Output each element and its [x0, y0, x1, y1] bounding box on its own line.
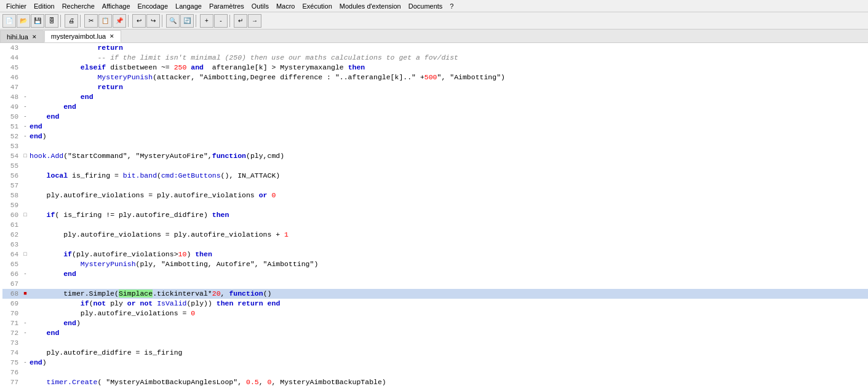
fold-indicator[interactable]: □ — [21, 151, 30, 161]
code-text: end) — [30, 132, 47, 141]
fold-indicator[interactable]: □ — [21, 250, 30, 259]
fold-indicator[interactable]: - — [21, 132, 30, 141]
code-line-54: 54□hook.Add("StartCommand", "MysteryAuto… — [2, 151, 868, 161]
fold-indicator[interactable]: ■ — [21, 289, 30, 299]
line-number: 64 — [2, 250, 21, 259]
tab-mysteryaimbot[interactable]: mysteryaimbot.lua ✕ — [44, 30, 121, 42]
fold-indicator[interactable]: - — [21, 328, 30, 338]
menu-documents[interactable]: Documents — [405, 2, 447, 10]
line-number: 73 — [2, 338, 21, 348]
menu-encodage[interactable]: Encodage — [134, 2, 172, 10]
menu-outils[interactable]: Outils — [248, 2, 273, 10]
code-text: end — [30, 102, 76, 112]
fold-indicator[interactable]: - — [21, 358, 30, 368]
indent-button[interactable]: → — [248, 14, 261, 28]
code-area: 43 return44 -- if the limit isn't minima… — [0, 43, 868, 386]
wordwrap-button[interactable]: ↵ — [234, 14, 247, 28]
menu-execution[interactable]: Exécution — [298, 2, 335, 10]
line-number: 54 — [2, 151, 21, 161]
code-line-58: 58 ply.autofire_violations = ply.autofir… — [2, 191, 868, 200]
menu-affichage[interactable]: Affichage — [98, 2, 134, 10]
save-all-button[interactable]: 🗄 — [45, 14, 58, 28]
menu-parametres[interactable]: Paramètres — [205, 2, 248, 10]
code-line-71: 71- end) — [2, 318, 868, 328]
replace-button[interactable]: 🔄 — [180, 14, 194, 28]
tab-mysteryaimbot-label: mysteryaimbot.lua — [51, 33, 106, 40]
line-number: 43 — [2, 43, 21, 53]
code-line-60: 60□ if( is_firing != ply.autofire_didfir… — [2, 210, 868, 220]
redo-button[interactable]: ↪ — [146, 14, 160, 28]
menu-modules[interactable]: Modules d'extension — [336, 2, 405, 10]
line-number: 49 — [2, 102, 21, 112]
find-button[interactable]: 🔍 — [166, 14, 180, 28]
toolbar: 📄 📂 💾 🗄 🖨 ✂ 📋 📌 ↩ ↪ 🔍 🔄 + - ↵ → — [0, 12, 868, 30]
code-text: ply.autofire_violations = 0 — [30, 309, 195, 318]
fold-indicator[interactable]: - — [21, 318, 30, 328]
code-text: ply.autofire_didfire = is_firing — [30, 348, 182, 358]
code-line-61: 61 — [2, 220, 868, 230]
code-line-53: 53 — [2, 141, 868, 151]
code-line-46: 46 MysteryPunish(attacker, "Aimbotting,D… — [2, 73, 868, 82]
code-line-62: 62 ply.autofire_violations = ply.autofir… — [2, 230, 868, 240]
paste-button[interactable]: 📌 — [113, 14, 126, 28]
code-text: -- if the limit isn't minimal (250) then… — [30, 53, 458, 63]
code-text: timer.Create( "MysteryAimbotBackupAngles… — [30, 377, 386, 386]
code-line-70: 70 ply.autofire_violations = 0 — [2, 309, 868, 318]
sep3 — [128, 15, 130, 27]
line-number: 50 — [2, 112, 21, 122]
fold-indicator[interactable]: - — [21, 112, 30, 122]
code-line-76: 76 — [2, 368, 868, 377]
sep6 — [229, 15, 232, 27]
line-number: 52 — [2, 132, 21, 141]
tab-hihi-close[interactable]: ✕ — [32, 34, 37, 40]
print-button[interactable]: 🖨 — [65, 14, 78, 28]
cut-button[interactable]: ✂ — [84, 14, 98, 28]
sep4 — [162, 15, 164, 27]
code-content[interactable]: 43 return44 -- if the limit isn't minima… — [0, 43, 868, 386]
menu-macro[interactable]: Macro — [273, 2, 299, 10]
code-line-68: 68■ timer.Simple(Simplace.tickinterval*2… — [2, 289, 868, 299]
fold-indicator[interactable]: - — [21, 92, 30, 102]
line-number: 55 — [2, 161, 21, 171]
new-button[interactable]: 📄 — [2, 14, 16, 28]
menu-recherche[interactable]: Recherche — [58, 2, 98, 10]
zoom-in-button[interactable]: + — [200, 14, 213, 28]
line-number: 70 — [2, 309, 21, 318]
code-text: end — [30, 269, 76, 279]
line-number: 75 — [2, 358, 21, 368]
tab-hihi-label: hihi.lua — [7, 33, 28, 41]
fold-indicator[interactable]: - — [21, 102, 30, 112]
sep2 — [80, 15, 82, 27]
line-number: 68 — [2, 289, 21, 299]
zoom-out-button[interactable]: - — [214, 14, 228, 28]
line-number: 67 — [2, 279, 21, 289]
save-button[interactable]: 💾 — [31, 14, 44, 28]
code-text: end — [30, 328, 59, 338]
fold-indicator[interactable]: - — [21, 269, 30, 279]
line-number: 71 — [2, 318, 21, 328]
line-number: 72 — [2, 328, 21, 338]
tab-mysteryaimbot-close[interactable]: ✕ — [109, 33, 114, 39]
code-line-65: 65 MysteryPunish(ply, "Aimbotting, Autof… — [2, 259, 868, 269]
code-line-51: 51-end — [2, 122, 868, 132]
tab-hihi[interactable]: hihi.lua ✕ — [0, 30, 44, 42]
code-line-66: 66- end — [2, 269, 868, 279]
code-line-73: 73 — [2, 338, 868, 348]
menu-edition[interactable]: Edition — [30, 2, 58, 10]
open-button[interactable]: 📂 — [17, 14, 30, 28]
fold-indicator[interactable]: □ — [21, 210, 30, 220]
code-text: local is_firing = bit.band(cmd:GetButton… — [30, 171, 280, 181]
undo-button[interactable]: ↩ — [132, 14, 146, 28]
menu-help[interactable]: ? — [446, 2, 457, 10]
menu-fichier[interactable]: Fichier — [2, 2, 30, 10]
line-number: 46 — [2, 73, 21, 82]
code-text: return — [30, 43, 123, 53]
line-number: 47 — [2, 82, 21, 92]
menu-langage[interactable]: Langage — [172, 2, 205, 10]
code-text: end — [30, 92, 94, 102]
code-line-49: 49- end — [2, 102, 868, 112]
fold-indicator[interactable]: - — [21, 122, 30, 132]
copy-button[interactable]: 📋 — [98, 14, 112, 28]
code-line-74: 74 ply.autofire_didfire = is_firing — [2, 348, 868, 358]
code-text: if( is_firing != ply.autofire_didfire) t… — [30, 210, 229, 220]
